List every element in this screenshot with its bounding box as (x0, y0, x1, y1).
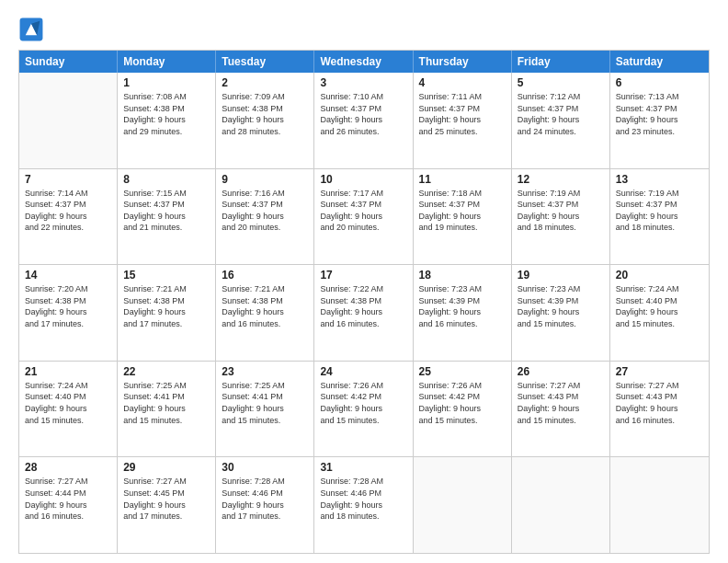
cell-info-line: Sunset: 4:37 PM (320, 103, 406, 115)
cell-info-line: Sunrise: 7:15 AM (123, 188, 210, 200)
cell-info-line: Sunset: 4:45 PM (123, 488, 210, 500)
cell-info-line: Sunrise: 7:22 AM (320, 283, 406, 295)
header-day-friday: Friday (512, 51, 610, 73)
cell-info-line: Sunrise: 7:21 AM (123, 283, 210, 295)
cell-info-line: Sunrise: 7:26 AM (320, 380, 406, 392)
cell-info-line: Sunrise: 7:25 AM (123, 380, 210, 392)
cell-info-line: and 19 minutes. (419, 222, 506, 234)
cell-info-line: Daylight: 9 hours (222, 500, 308, 511)
cell-info-line: Sunrise: 7:19 AM (616, 188, 703, 200)
calendar-cell-0-6: 6Sunrise: 7:13 AMSunset: 4:37 PMDaylight… (610, 73, 709, 168)
header-day-thursday: Thursday (414, 51, 512, 73)
cell-info-line: Sunrise: 7:16 AM (222, 188, 308, 200)
cell-info-line: and 17 minutes. (222, 511, 308, 523)
calendar-cell-0-2: 2Sunrise: 7:09 AMSunset: 4:38 PMDaylight… (216, 73, 314, 168)
day-number: 28 (25, 461, 111, 474)
calendar-cell-3-2: 23Sunrise: 7:25 AMSunset: 4:41 PMDayligh… (216, 362, 314, 457)
cell-info-line: Sunrise: 7:14 AM (25, 188, 111, 200)
cell-info-line: Daylight: 9 hours (518, 114, 604, 126)
calendar-cell-2-0: 14Sunrise: 7:20 AMSunset: 4:38 PMDayligh… (19, 265, 118, 361)
day-number: 7 (25, 173, 111, 186)
cell-info-line: Sunset: 4:37 PM (419, 103, 506, 115)
day-number: 1 (123, 76, 210, 89)
cell-info-line: Sunset: 4:38 PM (123, 295, 210, 307)
calendar-cell-2-1: 15Sunrise: 7:21 AMSunset: 4:38 PMDayligh… (118, 265, 216, 361)
calendar-cell-2-2: 16Sunrise: 7:21 AMSunset: 4:38 PMDayligh… (216, 265, 314, 361)
cell-info-line: Sunrise: 7:27 AM (616, 380, 703, 392)
cell-info-line: and 16 minutes. (320, 318, 406, 330)
calendar-cell-0-4: 4Sunrise: 7:11 AMSunset: 4:37 PMDaylight… (414, 73, 512, 168)
cell-info-line: Sunset: 4:37 PM (25, 199, 111, 211)
cell-info-line: and 15 minutes. (518, 415, 604, 427)
cell-info-line: Sunrise: 7:28 AM (222, 476, 308, 488)
cell-info-line: and 16 minutes. (616, 415, 703, 427)
cell-info-line: Sunset: 4:39 PM (419, 295, 506, 307)
day-number: 9 (222, 173, 308, 186)
day-number: 31 (320, 461, 406, 474)
calendar-row-4: 28Sunrise: 7:27 AMSunset: 4:44 PMDayligh… (19, 457, 709, 553)
cell-info-line: Sunset: 4:38 PM (123, 103, 210, 115)
cell-info-line: and 26 minutes. (320, 126, 406, 138)
cell-info-line: Sunrise: 7:24 AM (25, 380, 111, 392)
page: SundayMondayTuesdayWednesdayThursdayFrid… (0, 0, 728, 563)
day-number: 13 (616, 173, 703, 186)
cell-info-line: Daylight: 9 hours (419, 114, 506, 126)
day-number: 30 (222, 461, 308, 474)
cell-info-line: Sunset: 4:37 PM (320, 199, 406, 211)
cell-info-line: Sunrise: 7:08 AM (123, 91, 210, 103)
calendar-cell-4-2: 30Sunrise: 7:28 AMSunset: 4:46 PMDayligh… (216, 457, 314, 553)
cell-info-line: Sunset: 4:44 PM (25, 488, 111, 500)
cell-info-line: Sunset: 4:43 PM (518, 391, 604, 403)
cell-info-line: Sunrise: 7:12 AM (518, 91, 604, 103)
cell-info-line: Daylight: 9 hours (25, 211, 111, 223)
header-day-saturday: Saturday (610, 51, 709, 73)
calendar-cell-3-4: 25Sunrise: 7:26 AMSunset: 4:42 PMDayligh… (414, 362, 512, 457)
cell-info-line: Daylight: 9 hours (616, 306, 703, 318)
day-number: 10 (320, 173, 406, 186)
cell-info-line: Daylight: 9 hours (419, 211, 506, 223)
day-number: 11 (419, 173, 506, 186)
calendar-row-0: 1Sunrise: 7:08 AMSunset: 4:38 PMDaylight… (19, 73, 709, 169)
cell-info-line: Daylight: 9 hours (518, 306, 604, 318)
cell-info-line: Sunrise: 7:21 AM (222, 283, 308, 295)
day-number: 20 (616, 269, 703, 282)
cell-info-line: and 16 minutes. (222, 318, 308, 330)
cell-info-line: and 21 minutes. (123, 222, 210, 234)
cell-info-line: Sunset: 4:46 PM (222, 488, 308, 500)
cell-info-line: and 16 minutes. (419, 318, 506, 330)
cell-info-line: Sunrise: 7:26 AM (419, 380, 506, 392)
calendar-row-1: 7Sunrise: 7:14 AMSunset: 4:37 PMDaylight… (19, 169, 709, 266)
cell-info-line: Sunrise: 7:24 AM (616, 283, 703, 295)
cell-info-line: Sunset: 4:42 PM (320, 391, 406, 403)
calendar-cell-0-5: 5Sunrise: 7:12 AMSunset: 4:37 PMDaylight… (512, 73, 610, 168)
cell-info-line: and 29 minutes. (123, 126, 210, 138)
calendar-cell-2-6: 20Sunrise: 7:24 AMSunset: 4:40 PMDayligh… (610, 265, 709, 361)
cell-info-line: Daylight: 9 hours (25, 403, 111, 415)
day-number: 3 (320, 76, 406, 89)
cell-info-line: Daylight: 9 hours (518, 211, 604, 223)
calendar-cell-4-5 (512, 457, 610, 553)
calendar-cell-2-3: 17Sunrise: 7:22 AMSunset: 4:38 PMDayligh… (314, 265, 413, 361)
day-number: 29 (123, 461, 210, 474)
cell-info-line: Sunrise: 7:10 AM (320, 91, 406, 103)
cell-info-line: Daylight: 9 hours (419, 306, 506, 318)
calendar-cell-1-1: 8Sunrise: 7:15 AMSunset: 4:37 PMDaylight… (118, 169, 216, 265)
cell-info-line: Sunrise: 7:28 AM (320, 476, 406, 488)
cell-info-line: and 17 minutes. (25, 318, 111, 330)
cell-info-line: Daylight: 9 hours (222, 211, 308, 223)
cell-info-line: Daylight: 9 hours (320, 211, 406, 223)
cell-info-line: Sunset: 4:39 PM (518, 295, 604, 307)
day-number: 24 (320, 365, 406, 378)
calendar-cell-3-5: 26Sunrise: 7:27 AMSunset: 4:43 PMDayligh… (512, 362, 610, 457)
cell-info-line: Daylight: 9 hours (123, 500, 210, 511)
day-number: 17 (320, 269, 406, 282)
calendar-cell-1-6: 13Sunrise: 7:19 AMSunset: 4:37 PMDayligh… (610, 169, 709, 265)
logo (18, 17, 48, 42)
cell-info-line: and 20 minutes. (320, 222, 406, 234)
cell-info-line: Sunrise: 7:27 AM (123, 476, 210, 488)
cell-info-line: Sunrise: 7:27 AM (25, 476, 111, 488)
cell-info-line: Sunrise: 7:19 AM (518, 188, 604, 200)
day-number: 16 (222, 269, 308, 282)
calendar-cell-1-5: 12Sunrise: 7:19 AMSunset: 4:37 PMDayligh… (512, 169, 610, 265)
cell-info-line: Sunset: 4:37 PM (616, 103, 703, 115)
